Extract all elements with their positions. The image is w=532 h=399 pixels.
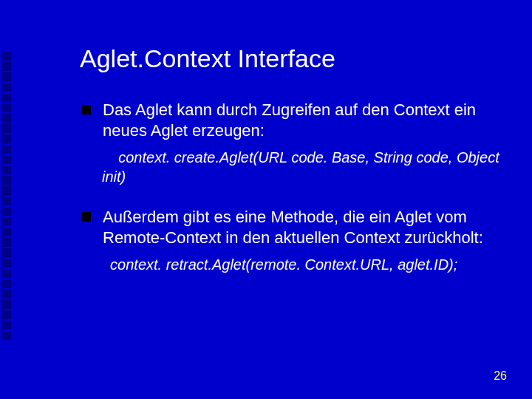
slide-content: Das Aglet kann durch Zugreifen auf den C… — [81, 100, 502, 274]
bullet-text: Das Aglet kann durch Zugreifen auf den C… — [103, 100, 502, 140]
page-number: 26 — [494, 369, 507, 383]
slide-title: Aglet.Context Interface — [80, 44, 502, 73]
bullet-item: Außerdem gibt es eine Methode, die ein A… — [81, 207, 502, 248]
square-bullet-icon — [81, 212, 91, 222]
code-snippet: context. create.Aglet(URL code. Base, St… — [102, 148, 502, 186]
bullet-text: Außerdem gibt es eine Methode, die ein A… — [103, 207, 502, 248]
slide-container: Aglet.Context Interface Das Aglet kann d… — [0, 0, 532, 399]
code-snippet: context. retract.Aglet(remote. Context.U… — [102, 255, 502, 274]
square-bullet-icon — [81, 105, 91, 115]
bullet-item: Das Aglet kann durch Zugreifen auf den C… — [81, 100, 502, 140]
